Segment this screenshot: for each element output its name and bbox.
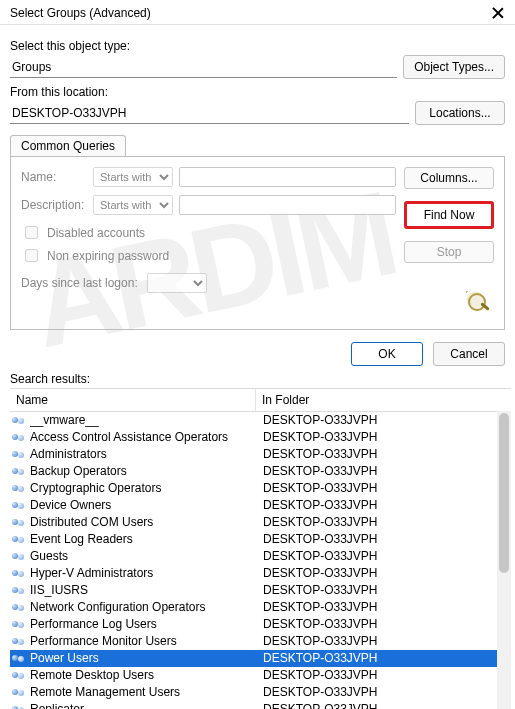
scrollbar-thumb[interactable] xyxy=(499,413,509,573)
list-item-folder: DESKTOP-O33JVPH xyxy=(257,480,511,497)
list-item-folder: DESKTOP-O33JVPH xyxy=(257,429,511,446)
list-item-name: Power Users xyxy=(30,650,257,667)
list-item-folder: DESKTOP-O33JVPH xyxy=(257,684,511,701)
list-item[interactable]: Hyper-V AdministratorsDESKTOP-O33JVPH xyxy=(10,565,511,582)
object-types-button[interactable]: Object Types... xyxy=(403,55,505,79)
group-icon xyxy=(11,499,27,513)
group-icon xyxy=(11,635,27,649)
list-item[interactable]: Access Control Assistance OperatorsDESKT… xyxy=(10,429,511,446)
list-item[interactable]: Device OwnersDESKTOP-O33JVPH xyxy=(10,497,511,514)
list-item-folder: DESKTOP-O33JVPH xyxy=(257,616,511,633)
list-item-folder: DESKTOP-O33JVPH xyxy=(257,599,511,616)
group-icon xyxy=(11,431,27,445)
list-item-name: Performance Monitor Users xyxy=(30,633,257,650)
locations-button[interactable]: Locations... xyxy=(415,101,505,125)
list-item-name: Distributed COM Users xyxy=(30,514,257,531)
name-label: Name: xyxy=(21,170,87,184)
cancel-button[interactable]: Cancel xyxy=(433,342,505,366)
list-item-name: Device Owners xyxy=(30,497,257,514)
group-icon xyxy=(11,482,27,496)
list-item-name: Network Configuration Operators xyxy=(30,599,257,616)
days-select xyxy=(147,273,207,293)
list-item[interactable]: AdministratorsDESKTOP-O33JVPH xyxy=(10,446,511,463)
list-item-folder: DESKTOP-O33JVPH xyxy=(257,701,511,709)
list-item-folder: DESKTOP-O33JVPH xyxy=(257,446,511,463)
list-item[interactable]: Remote Management UsersDESKTOP-O33JVPH xyxy=(10,684,511,701)
description-input xyxy=(179,195,396,215)
scrollbar[interactable] xyxy=(497,411,511,709)
list-item-folder: DESKTOP-O33JVPH xyxy=(257,548,511,565)
results-label: Search results: xyxy=(0,372,515,388)
list-item[interactable]: Backup OperatorsDESKTOP-O33JVPH xyxy=(10,463,511,480)
list-item[interactable]: Performance Monitor UsersDESKTOP-O33JVPH xyxy=(10,633,511,650)
list-item-folder: DESKTOP-O33JVPH xyxy=(257,633,511,650)
list-item-name: Cryptographic Operators xyxy=(30,480,257,497)
group-icon xyxy=(11,516,27,530)
list-item[interactable]: ReplicatorDESKTOP-O33JVPH xyxy=(10,701,511,709)
list-item[interactable]: Cryptographic OperatorsDESKTOP-O33JVPH xyxy=(10,480,511,497)
list-item-name: Replicator xyxy=(30,701,257,709)
group-icon xyxy=(11,686,27,700)
columns-button[interactable]: Columns... xyxy=(404,167,494,189)
object-type-label: Select this object type: xyxy=(10,39,505,53)
list-item[interactable]: Distributed COM UsersDESKTOP-O33JVPH xyxy=(10,514,511,531)
object-type-field[interactable] xyxy=(10,57,397,78)
column-folder[interactable]: In Folder xyxy=(256,389,511,411)
list-item[interactable]: Performance Log UsersDESKTOP-O33JVPH xyxy=(10,616,511,633)
disabled-accounts-checkbox: Disabled accounts xyxy=(21,223,396,242)
stop-button: Stop xyxy=(404,241,494,263)
group-icon xyxy=(11,703,27,710)
location-label: From this location: xyxy=(10,85,505,99)
description-match-select: Starts with xyxy=(93,195,173,215)
group-icon xyxy=(11,669,27,683)
description-label: Description: xyxy=(21,198,87,212)
disabled-accounts-label: Disabled accounts xyxy=(47,226,145,240)
group-icon xyxy=(11,414,27,428)
group-icon xyxy=(11,465,27,479)
list-item-folder: DESKTOP-O33JVPH xyxy=(257,514,511,531)
tab-common-queries[interactable]: Common Queries xyxy=(10,135,126,156)
list-item[interactable]: IIS_IUSRSDESKTOP-O33JVPH xyxy=(10,582,511,599)
list-item-name: Remote Management Users xyxy=(30,684,257,701)
find-now-button[interactable]: Find Now xyxy=(404,201,494,229)
list-item[interactable]: Power UsersDESKTOP-O33JVPH xyxy=(10,650,511,667)
list-item[interactable]: GuestsDESKTOP-O33JVPH xyxy=(10,548,511,565)
location-field[interactable] xyxy=(10,103,409,124)
list-item-folder: DESKTOP-O33JVPH xyxy=(257,531,511,548)
list-item-folder: DESKTOP-O33JVPH xyxy=(257,497,511,514)
list-item-name: Backup Operators xyxy=(30,463,257,480)
list-item-name: Guests xyxy=(30,548,257,565)
group-icon xyxy=(11,618,27,632)
group-icon xyxy=(11,584,27,598)
name-input xyxy=(179,167,396,187)
group-icon xyxy=(11,448,27,462)
group-icon xyxy=(11,567,27,581)
group-icon xyxy=(11,601,27,615)
list-item[interactable]: __vmware__DESKTOP-O33JVPH xyxy=(10,412,511,429)
days-label: Days since last logon: xyxy=(21,276,141,290)
close-icon[interactable] xyxy=(491,6,505,20)
list-item-folder: DESKTOP-O33JVPH xyxy=(257,463,511,480)
list-item-name: Event Log Readers xyxy=(30,531,257,548)
results-list[interactable]: __vmware__DESKTOP-O33JVPHAccess Control … xyxy=(10,412,511,709)
dialog-title: Select Groups (Advanced) xyxy=(10,6,151,20)
list-item-folder: DESKTOP-O33JVPH xyxy=(257,650,511,667)
list-item-name: Hyper-V Administrators xyxy=(30,565,257,582)
list-item-folder: DESKTOP-O33JVPH xyxy=(257,582,511,599)
list-item-name: __vmware__ xyxy=(30,412,257,429)
results-header: Name In Folder xyxy=(10,389,511,412)
list-item[interactable]: Network Configuration OperatorsDESKTOP-O… xyxy=(10,599,511,616)
search-icon xyxy=(466,291,494,315)
group-icon xyxy=(11,652,27,666)
list-item-name: Administrators xyxy=(30,446,257,463)
nonexpiring-check xyxy=(25,249,38,262)
list-item-name: Access Control Assistance Operators xyxy=(30,429,257,446)
column-name[interactable]: Name xyxy=(10,389,256,411)
list-item[interactable]: Remote Desktop UsersDESKTOP-O33JVPH xyxy=(10,667,511,684)
ok-button[interactable]: OK xyxy=(351,342,423,366)
list-item-folder: DESKTOP-O33JVPH xyxy=(257,412,511,429)
list-item-folder: DESKTOP-O33JVPH xyxy=(257,565,511,582)
name-match-select: Starts with xyxy=(93,167,173,187)
list-item-name: Performance Log Users xyxy=(30,616,257,633)
list-item[interactable]: Event Log ReadersDESKTOP-O33JVPH xyxy=(10,531,511,548)
